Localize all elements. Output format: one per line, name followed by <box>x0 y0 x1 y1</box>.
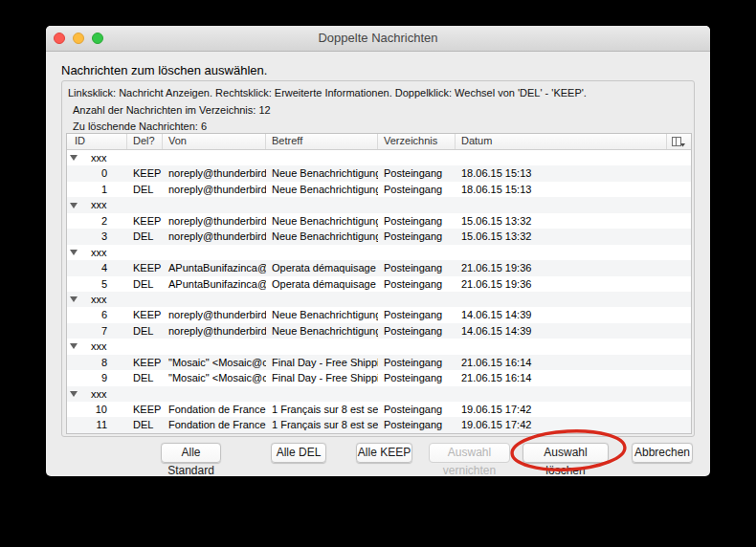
message-row[interactable]: 9DEL"Mosaic" <Mosaic@capitol…Final Day -… <box>67 370 691 385</box>
message-row[interactable]: 8KEEP"Mosaic" <Mosaic@capitol…Final Day … <box>67 355 691 370</box>
cell-datum: 18.06.15 15:13 <box>456 182 691 197</box>
message-row[interactable]: 5DELAPuntaBunifazinca@corse-…Operata dém… <box>67 276 691 292</box>
abbrechen-button[interactable]: Abbrechen <box>632 443 693 463</box>
group-label: xxx <box>91 386 107 402</box>
total-count-text: Anzahl der Nachrichten im Verzeichnis: 1… <box>73 104 271 116</box>
cell-del: KEEP <box>127 307 163 322</box>
cell-verzeichnis: Posteingang <box>378 355 456 370</box>
cell-betreff: Neue Benachrichtigung: Neue… <box>266 182 378 197</box>
cell-datum: 15.06.15 13:32 <box>456 213 691 229</box>
cell-betreff: Neue Benachrichtigung: Neue… <box>266 165 378 181</box>
cell-von: noreply@thunderbird-mail.de <box>163 307 266 322</box>
message-row[interactable]: 3DELnoreply@thunderbird-mail.deNeue Bena… <box>67 229 691 244</box>
cell-verzeichnis: Posteingang <box>378 417 456 432</box>
group-label: xxx <box>91 197 107 212</box>
group-row[interactable]: xxx <box>67 150 691 165</box>
cell-betreff: Neue Benachrichtigung: Neue… <box>266 323 378 339</box>
cell-id: 10 <box>67 402 127 417</box>
cell-datum: 21.06.15 16:14 <box>456 355 691 370</box>
cell-von: noreply@thunderbird-mail.de <box>163 182 266 197</box>
message-row[interactable]: 11DELFondation de France <cont…1 Françai… <box>67 417 691 432</box>
column-header-von[interactable]: Von <box>163 134 266 149</box>
cell-id: 4 <box>67 260 127 275</box>
cell-von: noreply@thunderbird-mail.de <box>163 165 266 181</box>
group-row[interactable]: xxx <box>67 339 691 354</box>
cell-von: APuntaBunifazinca@corse-… <box>163 260 266 275</box>
message-row[interactable]: 6KEEPnoreply@thunderbird-mail.deNeue Ben… <box>67 307 691 322</box>
table-body: xxx0KEEPnoreply@thunderbird-mail.deNeue … <box>67 150 691 433</box>
cell-von: "Mosaic" <Mosaic@capitol… <box>163 370 266 385</box>
cell-verzeichnis: Posteingang <box>378 323 456 339</box>
alle-standard-button[interactable]: Alle Standard <box>161 443 221 463</box>
message-row[interactable]: 4KEEPAPuntaBunifazinca@corse-…Operata dé… <box>67 260 691 275</box>
group-row[interactable]: xxx <box>67 386 691 402</box>
cell-datum: 19.06.15 17:42 <box>456 402 691 417</box>
cell-id: 3 <box>67 229 127 244</box>
cell-von: Fondation de France <cont… <box>163 402 266 417</box>
cell-von: Fondation de France <cont… <box>163 417 266 432</box>
cell-del: DEL <box>127 276 163 292</box>
delete-count-text: Zu löschende Nachrichten: 6 <box>73 120 207 132</box>
cell-datum: 21.06.15 19:36 <box>456 276 691 292</box>
messages-groupbox: Linksklick: Nachricht Anzeigen. Rechtskl… <box>61 80 695 437</box>
cell-verzeichnis: Posteingang <box>378 260 456 275</box>
alle-keep-button[interactable]: Alle KEEP <box>356 443 412 463</box>
cell-betreff: Final Day - Free Shipping Pro… <box>266 355 378 370</box>
auswahl-vernichten-button: Auswahl vernichten <box>429 443 510 463</box>
message-row[interactable]: 1DELnoreply@thunderbird-mail.deNeue Bena… <box>67 182 691 197</box>
disclosure-triangle-icon[interactable] <box>70 296 78 302</box>
cell-id: 1 <box>67 182 127 197</box>
group-row[interactable]: xxx <box>67 245 691 260</box>
cell-datum: 15.06.15 13:32 <box>456 229 691 244</box>
cell-betreff: Final Day - Free Shipping Pro… <box>266 370 378 385</box>
message-row[interactable]: 2KEEPnoreply@thunderbird-mail.deNeue Ben… <box>67 213 691 229</box>
group-label: xxx <box>91 292 107 307</box>
disclosure-triangle-icon[interactable] <box>70 343 78 349</box>
cell-verzeichnis: Posteingang <box>378 165 456 181</box>
cell-datum: 21.06.15 19:36 <box>456 260 691 275</box>
dialog-window: Doppelte Nachrichten Nachrichten zum lös… <box>46 26 710 476</box>
cell-datum: 21.06.15 16:14 <box>456 370 691 385</box>
disclosure-triangle-icon[interactable] <box>70 155 78 161</box>
group-row[interactable]: xxx <box>67 292 691 307</box>
column-header-del[interactable]: Del? <box>127 134 163 149</box>
cell-id: 2 <box>67 213 127 229</box>
group-label: xxx <box>91 339 107 354</box>
message-row[interactable]: 7DELnoreply@thunderbird-mail.deNeue Bena… <box>67 323 691 339</box>
disclosure-triangle-icon[interactable] <box>70 391 78 397</box>
cell-betreff: Neue Benachrichtigung: Neue… <box>266 213 378 229</box>
auswahl-loeschen-button[interactable]: Auswahl löschen <box>523 443 609 463</box>
message-row[interactable]: 10KEEPFondation de France <cont…1 França… <box>67 402 691 417</box>
cell-id: 0 <box>67 165 127 181</box>
column-header-verzeichnis[interactable]: Verzeichnis <box>378 134 456 149</box>
titlebar[interactable]: Doppelte Nachrichten <box>46 26 710 52</box>
message-table: IDDel?VonBetreffVerzeichnisDatum xxx0KEE… <box>66 133 692 434</box>
cell-id: 6 <box>67 307 127 322</box>
column-header-betreff[interactable]: Betreff <box>266 134 378 149</box>
cell-betreff: Neue Benachrichtigung: Neue… <box>266 307 378 322</box>
cell-betreff: Operata démaquisage sentier … <box>266 276 378 292</box>
disclosure-triangle-icon[interactable] <box>70 203 78 208</box>
cell-von: noreply@thunderbird-mail.de <box>163 213 266 229</box>
cell-del: KEEP <box>127 165 163 181</box>
cell-verzeichnis: Posteingang <box>378 276 456 292</box>
cell-verzeichnis: Posteingang <box>378 213 456 229</box>
group-row[interactable]: xxx <box>67 197 691 212</box>
cell-betreff: 1 Français sur 8 est seul. <box>266 402 378 417</box>
cell-datum: 19.06.15 17:42 <box>456 417 691 432</box>
cell-datum: 18.06.15 15:13 <box>456 165 691 181</box>
cell-betreff: 1 Français sur 8 est seul. <box>266 417 378 432</box>
cell-id: 11 <box>67 417 127 432</box>
disclosure-triangle-icon[interactable] <box>70 250 78 255</box>
alle-del-button[interactable]: Alle DEL <box>271 443 326 463</box>
column-header-datum[interactable]: Datum <box>456 134 691 149</box>
cell-del: DEL <box>127 417 163 432</box>
cell-verzeichnis: Posteingang <box>378 307 456 322</box>
page-title: Nachrichten zum löschen auswählen. <box>61 63 267 77</box>
group-label: xxx <box>91 245 107 260</box>
cell-datum: 14.06.15 14:39 <box>456 323 691 339</box>
cell-id: 9 <box>67 370 127 385</box>
column-picker-button[interactable] <box>666 134 691 149</box>
column-header-id[interactable]: ID <box>67 134 127 149</box>
message-row[interactable]: 0KEEPnoreply@thunderbird-mail.deNeue Ben… <box>67 165 691 181</box>
